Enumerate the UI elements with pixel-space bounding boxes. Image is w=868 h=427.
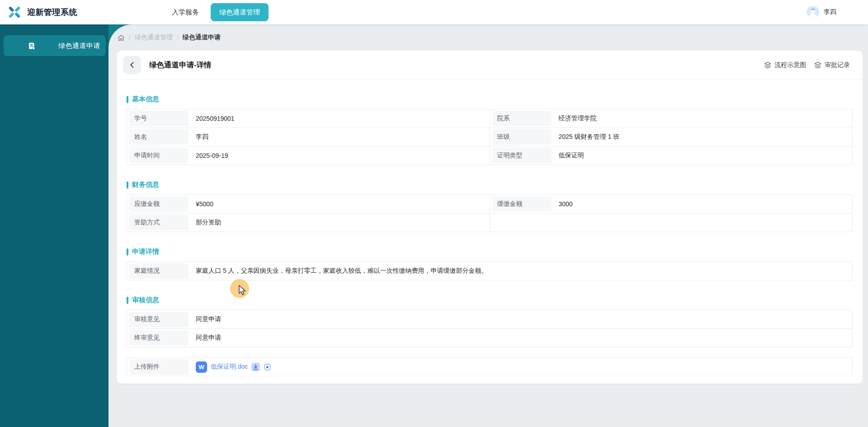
approval-record-button[interactable]: 审批记录 xyxy=(814,61,850,69)
home-icon[interactable] xyxy=(118,34,125,41)
table-cell xyxy=(490,214,853,232)
section-table: 学号20250919001院系经济管理学院姓名李四班级2025 级财务管理 1 … xyxy=(127,109,853,165)
field-label: 应缴金额 xyxy=(129,196,189,212)
detail-card: 绿色通道申请-详情 流程示意图 审批记录 xyxy=(117,51,863,384)
table-row: 上传附件 W 低保证明.doc xyxy=(127,358,852,376)
flow-diagram-label: 流程示意图 xyxy=(774,61,806,69)
table-row: 申请时间2025-09-19证明类型低保证明 xyxy=(127,147,852,165)
field-value: ¥5000 xyxy=(189,200,213,208)
field-value: 2025-09-19 xyxy=(189,152,228,159)
field-label: 审核意见 xyxy=(129,312,189,327)
mouse-cursor xyxy=(238,285,247,298)
breadcrumb-separator: / xyxy=(129,34,131,41)
table-cell: 应缴金额¥5000 xyxy=(127,195,490,213)
detail-sections: 基本信息学号20250919001院系经济管理学院姓名李四班级2025 级财务管… xyxy=(127,80,853,347)
page-title: 绿色通道申请-详情 xyxy=(149,60,212,70)
table-row: 审核意见同意申请 xyxy=(127,310,852,329)
field-value: 经济管理学院 xyxy=(552,114,597,123)
section-table: 家庭情况家庭人口 5 人，父亲因病失业，母亲打零工，家庭收入较低，难以一次性缴纳… xyxy=(127,261,853,280)
section-title-bar xyxy=(127,96,128,103)
preview-icon[interactable] xyxy=(264,363,271,371)
section-title-label: 审核信息 xyxy=(132,296,159,304)
attachment-value: W 低保证明.doc xyxy=(189,361,271,373)
section-title-label: 财务信息 xyxy=(132,180,159,189)
header-actions: 流程示意图 审批记录 xyxy=(764,61,850,69)
field-label: 缓缴金额 xyxy=(492,196,552,212)
table-cell: 姓名李四 xyxy=(127,128,490,146)
layers-icon xyxy=(764,62,771,69)
table-cell: 资助方式部分资助 xyxy=(127,214,490,232)
user-avatar-icon xyxy=(807,6,819,19)
top-navbar: 迎新管理系统 入学服务 绿色通道管理 李四 xyxy=(0,0,868,24)
field-label: 上传附件 xyxy=(129,359,189,375)
table-cell: 审核意见同意申请 xyxy=(127,310,852,328)
flow-diagram-button[interactable]: 流程示意图 xyxy=(764,61,806,69)
sidebar-item-label: 绿色通道申请 xyxy=(58,42,100,50)
field-label: 家庭情况 xyxy=(129,263,189,279)
breadcrumb: / 绿色通道管理 / 绿色通道申请 xyxy=(108,24,868,51)
nav-item-green-channel-management[interactable]: 绿色通道管理 xyxy=(211,3,269,21)
field-label: 终审意见 xyxy=(129,330,189,346)
approval-record-label: 审批记录 xyxy=(825,61,850,69)
field-label: 资助方式 xyxy=(129,215,189,230)
field-label: 班级 xyxy=(492,129,552,145)
table-row: 姓名李四班级2025 级财务管理 1 班 xyxy=(127,128,852,147)
table-row: 应缴金额¥5000缓缴金额3000 xyxy=(127,195,852,214)
field-value: 李四 xyxy=(189,133,208,141)
field-label: 姓名 xyxy=(129,129,189,145)
table-cell: 家庭情况家庭人口 5 人，父亲因病失业，母亲打零工，家庭收入较低，难以一次性缴纳… xyxy=(127,262,852,280)
table-cell: 申请时间2025-09-19 xyxy=(127,147,490,165)
field-value: 部分资助 xyxy=(189,218,221,227)
section-table: 审核意见同意申请终审意见同意申请 xyxy=(127,310,853,347)
word-file-icon: W xyxy=(196,361,207,373)
table-row: 学号20250919001院系经济管理学院 xyxy=(127,109,852,128)
section-title: 财务信息 xyxy=(127,165,853,195)
table-row: 家庭情况家庭人口 5 人，父亲因病失业，母亲打零工，家庭收入较低，难以一次性缴纳… xyxy=(127,262,852,280)
field-value: 同意申请 xyxy=(189,315,221,323)
top-nav: 入学服务 绿色通道管理 xyxy=(172,0,269,24)
table-cell: 缓缴金额3000 xyxy=(490,195,853,213)
nav-item-enrollment-services[interactable]: 入学服务 xyxy=(172,8,199,17)
section-title-label: 申请详情 xyxy=(132,247,159,256)
table-cell: 终审意见同意申请 xyxy=(127,329,852,347)
table-cell: 班级2025 级财务管理 1 班 xyxy=(490,128,853,146)
section-title-label: 基本信息 xyxy=(132,95,159,104)
field-label: 申请时间 xyxy=(129,148,189,163)
table-cell: 证明类型低保证明 xyxy=(490,147,853,165)
field-value: 2025 级财务管理 1 班 xyxy=(552,133,620,141)
sidebar: 绿色通道申请 xyxy=(0,24,108,427)
attachment-cell: 上传附件 W 低保证明.doc xyxy=(127,358,852,376)
section-title-bar xyxy=(127,297,128,304)
field-value: 3000 xyxy=(552,200,573,208)
app-logo-icon xyxy=(6,4,23,20)
section-title-bar xyxy=(127,181,128,189)
breadcrumb-item[interactable]: 绿色通道管理 xyxy=(135,33,173,42)
field-value: 低保证明 xyxy=(552,152,584,160)
field-value: 家庭人口 5 人，父亲因病失业，母亲打零工，家庭收入较低，难以一次性缴纳费用，申… xyxy=(189,267,488,275)
user-menu[interactable]: 李四 xyxy=(807,6,836,19)
main-content: / 绿色通道管理 / 绿色通道申请 绿色通道申请-详情 流程示意图 xyxy=(108,24,868,427)
back-button[interactable] xyxy=(123,56,141,74)
field-label: 学号 xyxy=(129,111,189,126)
breadcrumb-item-current: 绿色通道申请 xyxy=(183,33,221,42)
attachment-table: 上传附件 W 低保证明.doc xyxy=(127,357,853,376)
attachment-file-link[interactable]: 低保证明.doc xyxy=(211,363,248,371)
field-value: 20250919001 xyxy=(189,115,235,122)
section-table: 应缴金额¥5000缓缴金额3000资助方式部分资助 xyxy=(127,195,853,232)
section-title: 基本信息 xyxy=(127,80,853,109)
username: 李四 xyxy=(824,8,836,16)
field-label: 证明类型 xyxy=(492,148,552,163)
detail-card-body: 基本信息学号20250919001院系经济管理学院姓名李四班级2025 级财务管… xyxy=(117,80,863,376)
table-cell: 院系经济管理学院 xyxy=(490,109,853,128)
field-value: 同意申请 xyxy=(189,334,221,342)
table-row: 终审意见同意申请 xyxy=(127,329,852,347)
table-cell: 学号20250919001 xyxy=(127,109,490,128)
sidebar-item-green-channel-application[interactable]: 绿色通道申请 xyxy=(4,35,106,56)
section-title-bar xyxy=(127,248,128,256)
field-label: 院系 xyxy=(492,111,552,126)
chevron-left-icon xyxy=(129,62,135,68)
breadcrumb-separator: / xyxy=(177,34,179,41)
download-icon[interactable] xyxy=(251,363,260,371)
form-icon xyxy=(28,42,36,50)
detail-card-header: 绿色通道申请-详情 流程示意图 审批记录 xyxy=(117,51,863,80)
